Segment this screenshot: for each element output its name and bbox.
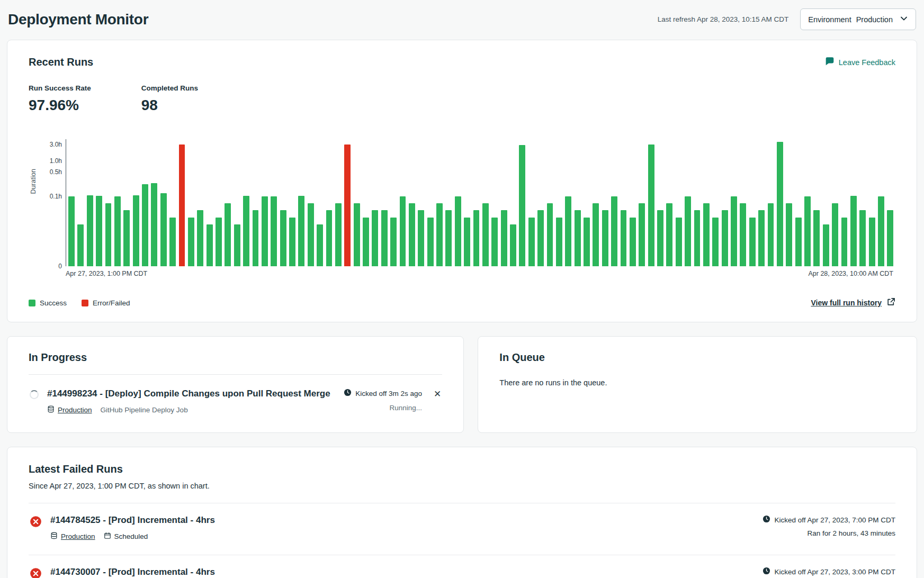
chart-bar-success <box>114 196 121 266</box>
chart-bar-success <box>243 196 249 266</box>
recent-runs-header: Recent Runs Leave Feedback <box>29 56 895 68</box>
chart-bar-success <box>795 218 802 266</box>
clock-icon <box>344 389 352 398</box>
legend-swatch-success <box>29 300 35 306</box>
chart-bar-failed <box>179 144 185 266</box>
stat-completed-runs-value: 98 <box>141 97 198 114</box>
chart-bar-success <box>575 210 581 266</box>
chart-bar-success <box>207 224 213 266</box>
failed-status-icon <box>30 516 42 530</box>
clock-icon <box>762 515 770 525</box>
chart-bar-success <box>519 145 525 266</box>
close-icon[interactable]: ✕ <box>433 389 442 400</box>
chart-bar-success <box>841 218 848 266</box>
chart-bar-success <box>464 218 470 266</box>
in-queue-empty-message: There are no runs in the queue. <box>499 378 895 387</box>
failed-run-meta: Production Scheduled <box>50 532 762 541</box>
chart-bar-success <box>528 218 535 266</box>
chart-bar-success <box>418 210 424 266</box>
stat-success-rate-label: Run Success Rate <box>29 84 91 92</box>
chart-bar-success <box>611 196 617 266</box>
legend-swatch-failed <box>82 300 88 306</box>
chart-bar-success <box>510 224 516 266</box>
failed-run-duration-text: Ran for 2 hours, 43 minutes <box>762 529 895 537</box>
in-progress-divider <box>29 374 442 375</box>
x-axis-labels: Apr 27, 2023, 1:00 PM CDT Apr 28, 2023, … <box>66 270 893 277</box>
middle-row: In Progress #144998234 - [Deploy] Compil… <box>7 336 917 433</box>
in-progress-run-right: Kicked off 3m 2s ago Running... <box>344 389 422 412</box>
stack-icon <box>50 532 58 541</box>
chart-bar-success <box>427 218 434 266</box>
failed-status-icon <box>30 567 42 578</box>
chart-bar-success <box>188 218 194 266</box>
chart-bar-success <box>96 196 102 266</box>
chart-bar-success <box>77 224 84 266</box>
latest-failed-runs-subtitle: Since Apr 27, 2023, 1:00 PM CDT, as show… <box>29 482 895 490</box>
y-axis-tick: 0 <box>58 263 62 270</box>
chart-bar-success <box>832 203 838 266</box>
chart-bar-success <box>105 203 112 266</box>
chart-bar-success <box>169 218 176 266</box>
environment-dropdown[interactable]: Environment Production <box>800 8 916 30</box>
environment-dropdown-value: Production <box>856 15 893 24</box>
chart-bar-success <box>556 218 562 266</box>
failed-run-kicked-off-text: Kicked off Apr 27, 2023, 3:00 PM CDT <box>774 568 895 576</box>
chart-bar-success <box>823 224 829 266</box>
failed-run-row: #144730007 - [Prod] Incremental - 4hrs P… <box>29 555 895 578</box>
in-progress-environment-label: Production <box>58 406 92 414</box>
chart-bar-success <box>648 144 654 266</box>
chart-bar-success <box>639 203 645 266</box>
in-progress-environment-link[interactable]: Production <box>47 405 92 414</box>
chart-bar-success <box>657 210 663 266</box>
in-progress-kicked-off-text: Kicked off 3m 2s ago <box>355 390 422 398</box>
stat-success-rate: Run Success Rate 97.96% <box>29 84 91 114</box>
page-title: Deployment Monitor <box>8 11 148 28</box>
failed-run-environment-link[interactable]: Production <box>50 532 95 541</box>
in-progress-run-title: #144998234 - [Deploy] Compile Changes up… <box>47 389 344 399</box>
failed-run-trigger: Scheduled <box>104 532 148 541</box>
chart-bar-success <box>445 210 452 266</box>
chart-bar-success <box>804 196 811 266</box>
chart-bar-success <box>390 218 397 266</box>
chat-bubble-icon <box>825 57 835 68</box>
legend-label-success: Success <box>40 299 67 307</box>
chart-bar-success <box>225 203 231 266</box>
chart-bar-success <box>142 184 148 266</box>
stat-success-rate-value: 97.96% <box>29 97 91 114</box>
chart-bar-success <box>584 218 590 266</box>
chart-bar-success <box>786 203 792 266</box>
chart-bar-success <box>537 210 544 266</box>
chart-bar-success <box>271 196 277 266</box>
failed-run-kicked-off-text: Kicked off Apr 27, 2023, 7:00 PM CDT <box>774 516 895 524</box>
chart-bar-success <box>436 203 443 266</box>
chart-bar-success <box>354 203 360 266</box>
leave-feedback-link[interactable]: Leave Feedback <box>825 57 895 68</box>
failed-run-environment-label: Production <box>61 532 95 540</box>
chart-bar-failed <box>344 144 351 266</box>
chart-plot <box>66 139 893 266</box>
legend-item-failed: Error/Failed <box>82 299 130 307</box>
in-progress-run-meta: Production GitHub Pipeline Deploy Job <box>47 405 344 414</box>
chart-bar-success <box>887 210 893 266</box>
page: Deployment Monitor Last refresh Apr 28, … <box>0 0 924 578</box>
view-full-run-history-link[interactable]: View full run history <box>811 297 895 308</box>
recent-runs-card: Recent Runs Leave Feedback Run Success R… <box>7 40 917 322</box>
chart-bar-success <box>547 203 553 266</box>
recent-runs-title: Recent Runs <box>29 56 93 68</box>
chart-bar-success <box>850 196 857 266</box>
chart-bar-success <box>400 196 406 266</box>
chart-bar-success <box>869 218 875 266</box>
environment-dropdown-label: Environment <box>808 15 851 24</box>
latest-failed-runs-card: Latest Failed Runs Since Apr 27, 2023, 1… <box>7 447 917 578</box>
chart-bar-success <box>749 218 756 266</box>
chart-bar-success <box>758 210 765 266</box>
failed-run-right: Kicked off Apr 27, 2023, 7:00 PM CDT Ran… <box>762 515 895 537</box>
chart-bar-success <box>197 210 203 266</box>
chart-bar-success <box>363 218 369 266</box>
chart-bar-success <box>473 210 480 266</box>
in-queue-card: In Queue There are no runs in the queue. <box>478 336 917 433</box>
failed-run-title: #144784525 - [Prod] Incremental - 4hrs <box>50 515 762 526</box>
y-axis-tick: 0.5h <box>50 168 62 176</box>
failed-run-kicked-off: Kicked off Apr 27, 2023, 3:00 PM CDT <box>762 567 895 576</box>
chart-bar-success <box>685 196 691 266</box>
